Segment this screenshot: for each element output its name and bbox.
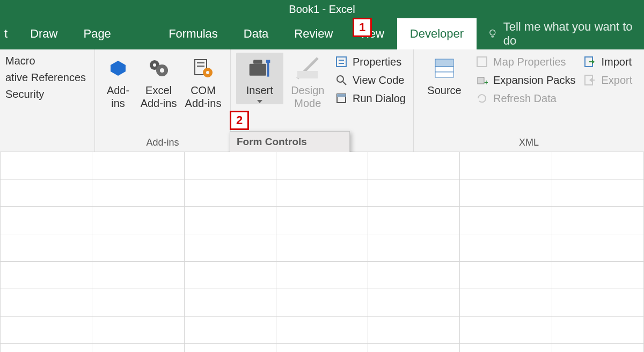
ribbon-tabs: t Draw Page Layout Formulas Data Review … [0,18,644,49]
tell-me-label: Tell me what you want to do [503,20,633,48]
insert-controls-button[interactable]: Insert [236,53,283,104]
tab-partial[interactable]: t [0,18,17,49]
com-addins-icon [191,56,216,81]
ribbon: Macro ative References Security Add- ins… [0,49,644,152]
addins-icon [106,56,130,81]
expansion-packs-icon: + [475,73,489,87]
run-dialog-button[interactable]: Run Dialog [334,91,406,105]
callout-2: 2 [230,111,249,130]
xml-import-button[interactable]: Import [583,55,632,69]
group-label-addins: Add-ins [95,135,230,152]
insert-controls-dropdown: Form Controls ▭ XYZ Aa abl ActiveX Contr… [230,131,350,152]
design-mode-icon [295,56,320,81]
macro-security-button[interactable]: Security [5,88,86,100]
tab-draw[interactable]: Draw [17,18,70,49]
svg-rect-10 [249,64,266,76]
group-label-code [0,135,94,152]
xml-source-icon [432,56,457,81]
svg-rect-22 [435,59,453,67]
svg-rect-21 [337,94,346,97]
app-title: Book1 - Excel [289,3,355,15]
xml-export-button[interactable]: Export [583,73,632,87]
excel-addins-button[interactable]: Excel Add-ins [137,53,180,111]
run-dialog-icon [334,91,348,105]
title-bar: Book1 - Excel [0,0,644,18]
toolbox-icon [247,56,272,81]
expansion-packs-button[interactable]: + Expansion Packs [475,73,575,87]
form-controls-header: Form Controls [230,132,349,152]
svg-rect-11 [253,60,262,63]
xml-source-button[interactable]: Source [419,53,470,98]
svg-rect-15 [336,57,346,67]
svg-rect-12 [267,62,269,77]
view-code-button[interactable]: View Code [334,73,406,87]
svg-rect-24 [435,72,453,77]
group-label-xml: XML [414,135,644,152]
refresh-data-button[interactable]: Refresh Data [475,91,575,105]
addins-button[interactable]: Add- ins [100,53,136,111]
map-properties-icon [475,55,489,69]
svg-point-0 [490,30,495,35]
properties-button[interactable]: Properties [334,55,406,69]
callout-1: 1 [353,18,372,37]
gear-icon [147,56,171,81]
chevron-down-icon [257,100,262,103]
svg-line-19 [342,81,346,85]
map-properties-button[interactable]: Map Properties [475,55,575,69]
com-addins-button[interactable]: COM Add-ins [181,53,225,111]
relative-references-button[interactable]: ative References [5,71,86,84]
record-macro-button[interactable]: Macro [5,55,86,67]
tell-me[interactable]: Tell me what you want to do [477,18,644,49]
svg-rect-23 [435,67,453,72]
design-mode-button[interactable]: Design Mode [284,53,332,111]
svg-rect-25 [477,57,487,67]
properties-icon [334,55,348,69]
svg-rect-26 [478,77,484,84]
import-icon [583,55,597,69]
svg-text:+: + [484,78,488,86]
lightbulb-icon [487,28,498,40]
svg-rect-13 [266,60,270,63]
tab-formulas[interactable]: Formulas [156,18,231,49]
svg-rect-14 [297,71,318,78]
view-code-icon [334,73,348,87]
refresh-icon [475,91,489,105]
svg-point-3 [160,68,164,73]
export-icon [583,73,597,87]
svg-point-9 [206,71,209,74]
svg-point-4 [153,63,156,67]
tab-review[interactable]: Review [281,18,346,49]
tab-data[interactable]: Data [231,18,281,49]
tab-page-layout[interactable]: Page Layout [70,18,156,49]
tab-developer[interactable]: Developer [397,18,477,49]
